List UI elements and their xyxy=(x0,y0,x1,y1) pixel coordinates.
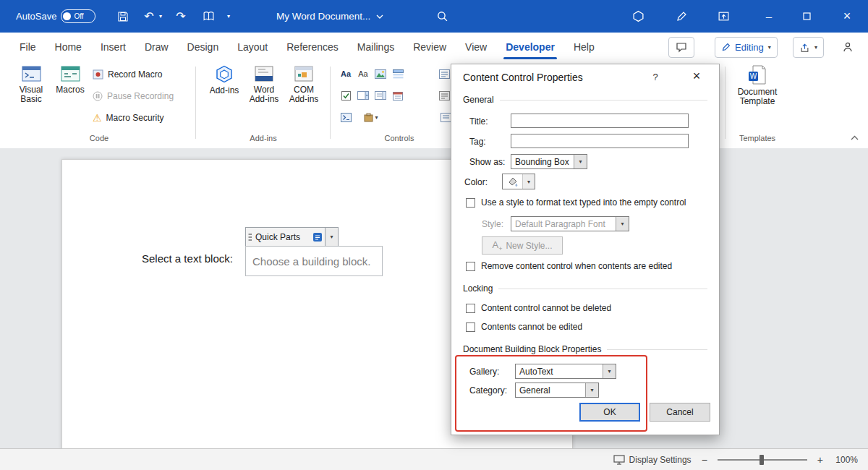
tab-insert[interactable]: Insert xyxy=(91,33,135,61)
checkbox[interactable] xyxy=(466,198,475,208)
pause-recording-button[interactable]: Pause Recording xyxy=(93,88,174,104)
rich-text-control-icon[interactable]: Aa xyxy=(339,67,353,80)
undo-button[interactable]: ↶ xyxy=(142,0,156,33)
chevron-down-icon[interactable]: ▾ xyxy=(616,217,629,231)
document-title[interactable]: My Word Document... xyxy=(276,0,383,33)
content-control-placeholder[interactable]: Choose a building block. xyxy=(245,246,383,276)
tab-review[interactable]: Review xyxy=(404,33,456,61)
properties-button[interactable]: ▾ xyxy=(360,111,382,124)
connected-services-button[interactable] xyxy=(628,0,648,33)
editing-mode-dropdown[interactable]: Editing ▾ xyxy=(715,37,778,58)
redo-button[interactable]: ↷ xyxy=(174,0,188,33)
tab-design[interactable]: Design xyxy=(178,33,229,61)
user-account-button[interactable] xyxy=(838,37,858,56)
drag-handle-icon[interactable] xyxy=(246,233,253,242)
comments-button[interactable] xyxy=(668,37,694,58)
zoom-out-button[interactable]: − xyxy=(702,454,707,466)
search-button[interactable] xyxy=(433,0,451,33)
macro-security-button[interactable]: ⚠ Macro Security xyxy=(93,110,164,126)
warning-icon: ⚠ xyxy=(93,112,102,124)
save-button[interactable] xyxy=(114,0,132,33)
close-button[interactable]: × xyxy=(830,0,864,33)
dropdown-list-control-icon[interactable] xyxy=(373,89,388,102)
document-text: Select a text block: xyxy=(142,252,233,265)
minimize-button[interactable]: – xyxy=(752,0,786,33)
checkbox[interactable] xyxy=(466,304,475,313)
autosave-switch[interactable]: Off xyxy=(61,9,95,23)
maximize-button[interactable] xyxy=(790,0,823,33)
tab-file[interactable]: File xyxy=(10,33,46,61)
zoom-percentage[interactable]: 100% xyxy=(833,455,858,465)
word-add-ins-button[interactable]: Word Add-ins xyxy=(244,65,284,104)
zoom-slider[interactable] xyxy=(718,454,807,466)
chevron-down-icon[interactable]: ▾ xyxy=(522,174,535,189)
checkbox[interactable] xyxy=(466,262,475,271)
cannot-edit-checkbox-row[interactable]: Contents cannot be edited xyxy=(466,322,709,332)
checkbox[interactable] xyxy=(466,322,475,332)
document-template-button[interactable]: W Document Template xyxy=(732,65,783,106)
chevron-down-icon[interactable]: ▾ xyxy=(585,383,598,397)
undo-dropdown-icon[interactable]: ▾ xyxy=(159,0,162,33)
tab-draw[interactable]: Draw xyxy=(135,33,178,61)
legacy-tools-icon[interactable] xyxy=(437,89,451,102)
ribbon-tab-bar: File Home Insert Draw Design Layout Refe… xyxy=(0,33,868,61)
reading-mode-button[interactable] xyxy=(200,0,217,33)
tab-home[interactable]: Home xyxy=(46,33,91,61)
save-icon xyxy=(117,11,129,22)
inking-button[interactable] xyxy=(671,0,692,33)
tab-references[interactable]: References xyxy=(277,33,348,61)
book-icon xyxy=(203,11,215,22)
color-picker-button[interactable]: ▾ xyxy=(502,174,535,189)
category-select[interactable]: General ▾ xyxy=(515,383,599,398)
ribbon-display-options-button[interactable] xyxy=(713,0,733,33)
new-style-button[interactable]: A+ New Style... xyxy=(482,236,563,255)
content-control-dropdown-button[interactable]: ▾ xyxy=(325,228,338,246)
combo-box-control-icon[interactable] xyxy=(356,89,370,102)
cancel-button[interactable]: Cancel xyxy=(650,403,710,422)
cannot-delete-checkbox-row[interactable]: Content control cannot be deleted xyxy=(466,303,709,313)
share-dropdown[interactable]: ▾ xyxy=(793,37,824,58)
chevron-down-icon[interactable]: ▾ xyxy=(603,364,616,378)
tab-developer[interactable]: Developer xyxy=(496,33,564,61)
chevron-down-icon[interactable]: ▾ xyxy=(574,155,587,168)
title-input[interactable] xyxy=(511,114,689,128)
title-field-label: Title: xyxy=(469,116,488,127)
use-style-checkbox-row[interactable]: Use a style to format text typed into th… xyxy=(466,197,709,208)
zoom-slider-thumb[interactable] xyxy=(760,455,764,465)
group-divider xyxy=(725,67,726,139)
tab-view[interactable]: View xyxy=(456,33,496,61)
minimize-icon: – xyxy=(766,10,772,22)
zoom-in-button[interactable]: + xyxy=(817,454,823,466)
dialog-help-button[interactable]: ? xyxy=(648,72,663,82)
macros-button[interactable]: Macros xyxy=(52,65,88,95)
tag-input[interactable] xyxy=(511,134,689,148)
autosave-toggle[interactable]: AutoSave Off xyxy=(16,0,95,33)
remove-control-checkbox-row[interactable]: Remove content control when contents are… xyxy=(466,261,709,271)
show-as-select[interactable]: Bounding Box ▾ xyxy=(511,154,587,169)
style-select[interactable]: Default Paragraph Font ▾ xyxy=(511,216,629,231)
repeating-section-control-icon[interactable] xyxy=(437,67,451,80)
building-block-gallery-icon[interactable] xyxy=(391,67,405,80)
date-picker-control-icon[interactable] xyxy=(391,89,405,102)
gallery-select[interactable]: AutoText ▾ xyxy=(515,364,616,379)
add-ins-button[interactable]: Add-ins xyxy=(205,65,243,95)
plain-text-control-icon[interactable]: Aa xyxy=(356,67,370,80)
tab-help[interactable]: Help xyxy=(564,33,604,61)
tab-layout[interactable]: Layout xyxy=(228,33,277,61)
record-macro-button[interactable]: Record Macro xyxy=(93,67,162,82)
ok-button[interactable]: OK xyxy=(579,403,640,422)
content-control-header[interactable]: Quick Parts ▾ xyxy=(245,227,339,247)
design-mode-icon[interactable] xyxy=(339,111,353,124)
checkbox-control-icon[interactable] xyxy=(339,89,353,102)
quick-access-dropdown-icon[interactable]: ▾ xyxy=(227,0,230,33)
picture-control-icon[interactable] xyxy=(373,67,388,80)
com-add-ins-button[interactable]: COM Add-ins xyxy=(285,65,323,104)
macros-icon xyxy=(61,65,80,82)
ribbon-group-code: Visual Basic Macros Record Macro xyxy=(6,61,192,148)
collapse-ribbon-button[interactable] xyxy=(846,132,862,143)
dialog-close-button[interactable]: × xyxy=(687,69,706,84)
building-block-section-header: Document Building Block Properties xyxy=(463,344,707,354)
display-settings-button[interactable]: Display Settings xyxy=(613,455,692,465)
visual-basic-button[interactable]: Visual Basic xyxy=(10,65,52,104)
tab-mailings[interactable]: Mailings xyxy=(348,33,404,61)
